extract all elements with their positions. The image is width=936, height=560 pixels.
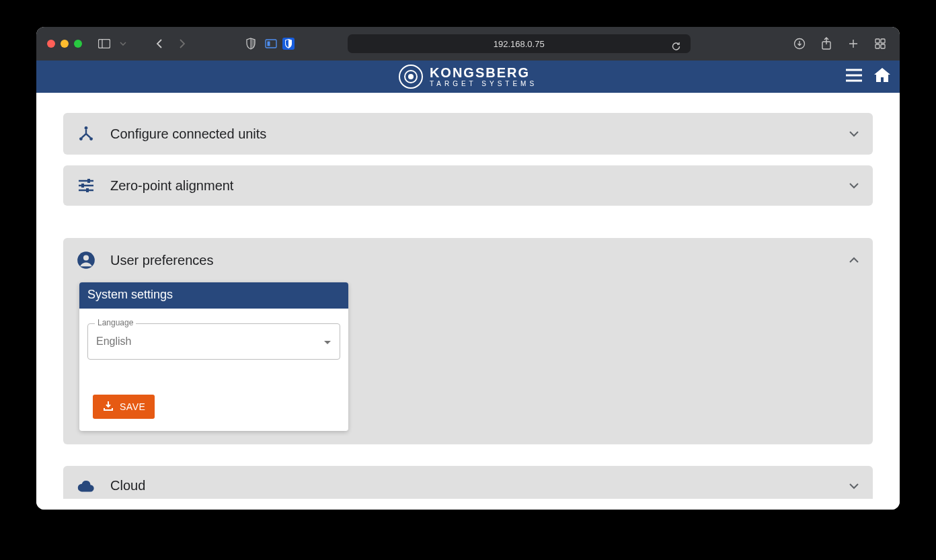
panel-cloud[interactable]: Cloud — [63, 466, 873, 499]
chevron-down-icon — [849, 179, 859, 192]
svg-rect-0 — [99, 40, 110, 48]
svg-rect-19 — [87, 179, 90, 183]
new-tab-icon[interactable] — [845, 35, 862, 52]
save-button-label: SAVE — [120, 401, 145, 412]
fullscreen-window-icon[interactable] — [74, 40, 82, 48]
panel-user-preferences-body: System settings Language English — [63, 282, 873, 444]
settings-page: Configure connected units Zero-point ali… — [36, 93, 900, 510]
language-value: English — [96, 335, 323, 348]
tune-icon — [77, 177, 95, 194]
hub-icon — [77, 125, 95, 143]
dropdown-caret-icon — [323, 335, 332, 348]
panel-title: Cloud — [110, 478, 834, 493]
svg-rect-2 — [266, 40, 276, 48]
sidebar-toggle-icon[interactable] — [95, 35, 113, 52]
browser-window: 192.168.0.75 KONG — [36, 27, 900, 510]
sidebar-chevron-down-icon[interactable] — [114, 35, 132, 52]
panel-configure-units[interactable]: Configure connected units — [63, 113, 873, 155]
svg-point-23 — [83, 255, 89, 260]
brand-main: KONGSBERG — [430, 66, 537, 79]
save-download-icon — [102, 400, 114, 414]
safari-toolbar: 192.168.0.75 — [36, 27, 900, 61]
svg-rect-21 — [86, 188, 89, 192]
refresh-icon[interactable] — [668, 38, 685, 55]
target-logo-icon — [399, 65, 423, 89]
svg-rect-3 — [268, 42, 270, 46]
tab-overview-icon[interactable] — [871, 35, 889, 52]
nav-back-icon[interactable] — [151, 35, 168, 52]
nav-forward-icon[interactable] — [173, 35, 191, 52]
chevron-down-icon — [849, 128, 859, 140]
close-window-icon[interactable] — [47, 40, 55, 48]
app-header: KONGSBERG TARGET SYSTEMS — [36, 61, 900, 93]
home-icon[interactable] — [873, 67, 892, 87]
svg-rect-7 — [881, 39, 885, 43]
downloads-icon[interactable] — [791, 35, 808, 52]
svg-point-13 — [85, 126, 88, 130]
brand-sub: TARGET SYSTEMS — [430, 81, 537, 87]
cloud-icon — [77, 479, 95, 493]
panel-title: Zero-point alignment — [110, 178, 834, 194]
panel-zero-point[interactable]: Zero-point alignment — [63, 165, 873, 206]
panel-user-preferences-header[interactable]: User preferences — [63, 238, 873, 282]
address-bar-url: 192.168.0.75 — [494, 39, 545, 49]
panel-title: Configure connected units — [110, 126, 834, 142]
language-select[interactable]: Language English — [87, 323, 340, 360]
svg-rect-8 — [875, 44, 880, 48]
panel-title: User preferences — [110, 253, 834, 268]
panel-user-preferences: User preferences System settings Languag… — [63, 238, 873, 444]
hamburger-menu-icon[interactable] — [845, 68, 863, 85]
minimize-window-icon[interactable] — [61, 40, 69, 48]
chevron-down-icon — [849, 480, 859, 492]
svg-rect-20 — [81, 184, 84, 188]
svg-rect-6 — [875, 39, 880, 43]
svg-rect-9 — [881, 44, 885, 48]
address-bar[interactable]: 192.168.0.75 — [348, 34, 691, 53]
system-settings-card: System settings Language English — [79, 282, 348, 431]
language-label: Language — [95, 318, 136, 327]
brand-logo-block: KONGSBERG TARGET SYSTEMS — [399, 65, 537, 89]
window-traffic-lights[interactable] — [47, 40, 82, 48]
user-circle-icon — [77, 250, 95, 270]
save-button[interactable]: SAVE — [93, 395, 155, 419]
shield-privacy-icon[interactable] — [242, 35, 260, 52]
extension-devtools-icon[interactable] — [265, 38, 277, 50]
chevron-up-icon — [849, 254, 859, 266]
share-icon[interactable] — [818, 35, 835, 52]
extension-bitwarden-icon[interactable] — [282, 38, 295, 50]
card-header: System settings — [79, 282, 348, 309]
